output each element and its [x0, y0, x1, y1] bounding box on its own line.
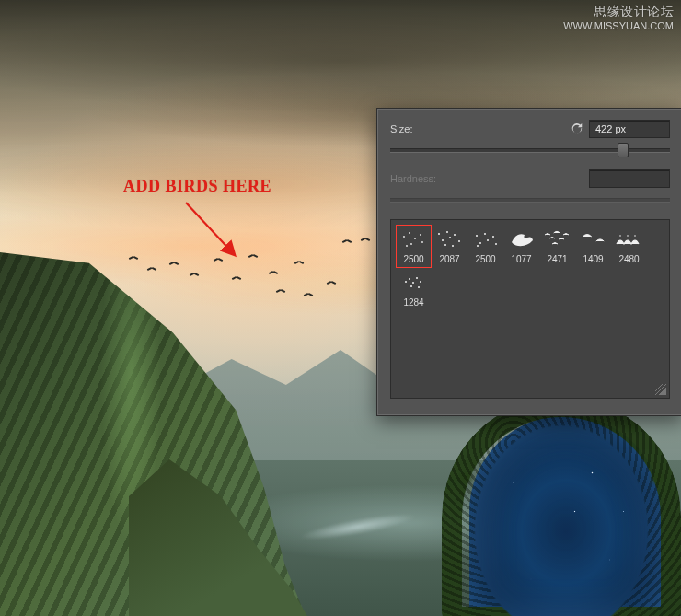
bird-icon — [147, 267, 156, 271]
svg-point-17 — [479, 242, 481, 244]
svg-point-26 — [405, 281, 407, 283]
brush-size-label: 1077 — [504, 253, 538, 267]
svg-line-0 — [186, 203, 234, 254]
brush-preset[interactable]: 2500 — [467, 225, 503, 268]
svg-point-19 — [487, 239, 489, 241]
svg-point-16 — [476, 235, 478, 237]
svg-point-3 — [414, 238, 416, 239]
bird-icon — [190, 273, 199, 276]
bird-icon — [304, 293, 313, 296]
brush-thumbnail-icon — [504, 226, 538, 253]
watermark-line1: 思缘设计论坛 — [563, 3, 674, 19]
brush-presets-area[interactable]: 25002087250010772471140924801284 — [390, 219, 670, 399]
brush-size-label: 2480 — [612, 253, 646, 267]
portal-ivy-texture — [442, 397, 681, 616]
svg-point-14 — [444, 244, 446, 246]
brush-preset[interactable]: 1284 — [396, 268, 432, 311]
svg-point-4 — [420, 234, 421, 236]
svg-point-22 — [477, 245, 479, 247]
annotation-arrow-icon — [182, 199, 256, 273]
size-label: Size: — [390, 123, 445, 134]
brush-preset[interactable]: 2480 — [611, 225, 647, 268]
size-slider[interactable] — [390, 142, 670, 157]
portal-group — [405, 388, 681, 616]
bird-icon — [269, 271, 278, 274]
brush-thumbnail-icon — [468, 226, 502, 253]
svg-point-30 — [420, 281, 421, 283]
bird-icon — [232, 276, 241, 280]
svg-point-29 — [416, 277, 418, 279]
size-input[interactable]: 422 px — [589, 120, 670, 138]
brush-thumbnail-icon — [397, 226, 431, 253]
svg-point-9 — [442, 239, 444, 241]
bird-icon — [342, 239, 352, 243]
brush-size-label: 1284 — [397, 296, 431, 310]
brush-preset[interactable]: 2500 — [396, 225, 432, 268]
svg-point-28 — [412, 282, 414, 284]
bird-icon — [361, 238, 370, 241]
svg-point-11 — [449, 237, 451, 238]
brush-size-label: 2087 — [433, 253, 467, 267]
svg-point-32 — [418, 286, 420, 288]
bird-icon — [327, 281, 336, 285]
svg-point-24 — [627, 235, 629, 237]
svg-point-21 — [495, 243, 497, 245]
svg-point-18 — [484, 233, 486, 235]
hardness-label: Hardness: — [390, 173, 445, 184]
svg-point-27 — [409, 278, 410, 280]
brush-size-label: 2500 — [397, 253, 431, 267]
brush-thumbnail-icon — [433, 226, 467, 253]
tutorial-canvas: ADD BIRDS HERE 思缘设计论坛 WWW.MISSYUAN.COM S… — [0, 0, 681, 616]
svg-point-13 — [458, 240, 460, 242]
svg-point-25 — [634, 235, 636, 237]
brush-thumbnail-icon — [576, 226, 610, 253]
brush-thumbnail-icon — [540, 226, 574, 253]
svg-point-5 — [410, 243, 412, 245]
size-value: 422 px — [595, 123, 626, 134]
brush-thumbnail-icon — [612, 226, 646, 253]
hardness-input[interactable] — [589, 169, 670, 188]
svg-point-15 — [452, 245, 454, 247]
svg-point-23 — [619, 235, 621, 237]
reset-size-icon[interactable] — [569, 121, 585, 137]
watermark-line2: WWW.MISSYUAN.COM — [563, 19, 674, 32]
brush-size-label: 1409 — [576, 253, 610, 267]
brush-preset[interactable]: 2087 — [432, 225, 467, 268]
svg-point-7 — [406, 245, 408, 247]
svg-point-10 — [446, 231, 448, 233]
svg-point-12 — [454, 234, 456, 236]
bird-icon — [169, 262, 179, 265]
svg-point-2 — [409, 232, 410, 234]
watermark: 思缘设计论坛 WWW.MISSYUAN.COM — [563, 3, 674, 32]
brush-size-label: 2500 — [468, 253, 502, 267]
brush-preset[interactable]: 1077 — [503, 225, 539, 268]
bird-icon — [276, 289, 285, 293]
bird-icon — [294, 261, 304, 264]
svg-point-20 — [492, 236, 494, 238]
svg-point-8 — [438, 233, 440, 235]
brush-thumbnail-icon — [397, 269, 431, 296]
annotation-text: ADD BIRDS HERE — [123, 177, 271, 196]
svg-point-31 — [410, 285, 412, 287]
svg-point-6 — [421, 241, 423, 243]
bird-icon — [129, 256, 138, 260]
brush-preset[interactable]: 1409 — [575, 225, 611, 268]
brush-size-label: 2471 — [540, 253, 574, 267]
hardness-slider — [390, 192, 670, 206]
resize-grip-icon[interactable] — [655, 384, 666, 395]
brush-preset[interactable]: 2471 — [539, 225, 575, 268]
brush-settings-panel[interactable]: Size: 422 px Hardness: — [376, 108, 681, 416]
svg-point-1 — [403, 236, 405, 238]
